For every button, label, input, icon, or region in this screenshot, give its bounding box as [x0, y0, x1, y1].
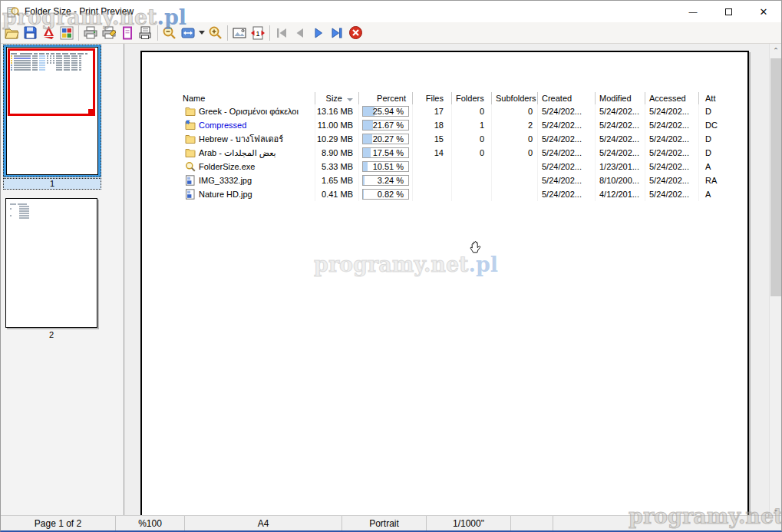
folder-icon: [185, 106, 199, 117]
scrollbar-thumb[interactable]: [770, 58, 781, 296]
minimize-button[interactable]: —: [675, 1, 711, 22]
thumbnail-label-1[interactable]: 1: [3, 178, 101, 190]
cell-created: 5/24/202...: [537, 118, 595, 132]
toolbar-separator: [269, 25, 270, 41]
cell-name: Greek - Ορισμένοι φάκελοι: [183, 104, 315, 118]
maximize-button[interactable]: [711, 1, 746, 22]
preview-pane[interactable]: NameSizePercentFilesFoldersSubfoldersCre…: [124, 44, 769, 515]
cell-attributes: DC: [698, 118, 726, 132]
cell-created: 5/24/202...: [537, 187, 595, 201]
goto-page-icon: 1: [250, 25, 266, 41]
zoom-out-button[interactable]: [160, 24, 179, 42]
cell-subfolders: 0: [491, 104, 537, 118]
close-button[interactable]: ✕: [746, 1, 781, 22]
viewport-indicator[interactable]: [8, 48, 95, 116]
pdf-icon: [41, 25, 56, 40]
cell-percent: 21.67 %: [358, 118, 412, 132]
percent-meter: 20.27 %: [362, 134, 409, 144]
scroll-down-arrow[interactable]: ⌄: [770, 502, 782, 515]
cell-accessed: 5/24/202...: [645, 187, 698, 201]
page-setup-button[interactable]: [118, 24, 137, 42]
app-icon: [7, 5, 20, 18]
cell-percent: 0.82 %: [358, 187, 412, 201]
status-empty: [553, 516, 781, 531]
cell-percent: 20.27 %: [358, 132, 412, 146]
zoom-dropdown-button[interactable]: [197, 24, 206, 42]
cell-files: 14: [412, 146, 451, 160]
cell-subfolders: 2: [491, 118, 537, 132]
export-pdf-button[interactable]: [39, 24, 58, 42]
cell-name: FolderSize.exe: [183, 160, 315, 173]
save-button[interactable]: [21, 24, 39, 42]
cell-attributes: D: [698, 132, 726, 146]
percent-meter: 21.67 %: [362, 120, 409, 131]
image-export-icon: [60, 26, 74, 40]
toolbar-separator: [227, 25, 228, 41]
column-header-attributes: Att: [698, 92, 726, 104]
column-header-modified: Modified: [595, 92, 645, 104]
status-paper-size: A4: [185, 516, 342, 531]
column-header-subfolders: Subfolders: [491, 92, 537, 104]
cell-modified: 5/24/202...: [595, 104, 645, 118]
close-preview-button[interactable]: [346, 24, 365, 42]
first-page-button[interactable]: [272, 24, 291, 42]
cell-created: 5/24/202...: [537, 146, 595, 160]
cell-accessed: 5/24/202...: [645, 118, 698, 132]
thumbnail-page-1[interactable]: [3, 45, 101, 177]
cell-subfolders: 0: [491, 146, 537, 160]
status-page-info: Page 1 of 2: [1, 516, 116, 531]
last-page-button[interactable]: [328, 24, 346, 42]
prev-page-icon: [293, 26, 307, 40]
image-settings-button[interactable]: [230, 24, 249, 42]
cell-size: 13.16 MB: [315, 104, 358, 118]
printer-settings-icon: [101, 25, 117, 41]
cell-percent: 17.54 %: [358, 146, 412, 160]
scroll-up-arrow[interactable]: ⌃: [770, 44, 782, 57]
cell-modified: 1/23/201...: [595, 160, 645, 173]
cell-size: 11.00 MB: [315, 118, 358, 132]
print-settings-button[interactable]: [100, 24, 118, 42]
percent-meter: 3.24 %: [362, 175, 409, 186]
goto-page-button[interactable]: 1: [249, 24, 267, 42]
printer-properties-button[interactable]: [137, 24, 155, 42]
cell-accessed: 5/24/202...: [645, 160, 698, 173]
thumbnail-page-1-canvas: [6, 47, 98, 175]
zoom-in-button[interactable]: [206, 24, 225, 42]
cell-name: Nature HD.jpg: [183, 187, 315, 201]
cell-subfolders: 0: [491, 132, 537, 146]
chevron-down-icon: [199, 31, 205, 35]
folder-compressed-icon: [185, 120, 199, 131]
page-setup-icon: [120, 26, 134, 40]
open-file-button[interactable]: [2, 24, 21, 42]
cell-modified: 5/24/202...: [595, 146, 645, 160]
next-page-icon: [312, 26, 325, 40]
viewport-resize-handle[interactable]: [88, 109, 95, 116]
column-header-name: Name: [183, 92, 315, 104]
table-row: FolderSize.exe5.33 MB10.51 %5/24/202...1…: [183, 160, 735, 173]
thumbnail-page-2[interactable]: [5, 198, 97, 328]
vertical-scrollbar[interactable]: ⌃ ⌄: [769, 44, 781, 515]
percent-bar: [363, 148, 371, 157]
table-row: Compressed11.00 MB21.67 %18125/24/202...…: [183, 118, 735, 132]
zoom-fit-button[interactable]: [179, 24, 197, 42]
next-page-button[interactable]: [309, 24, 328, 42]
thumbnail-label-2[interactable]: 2: [5, 330, 97, 339]
fit-width-icon: [180, 25, 196, 41]
export-image-button[interactable]: [58, 24, 76, 42]
cell-modified: 5/24/202...: [595, 118, 645, 132]
cell-folders: [451, 173, 491, 187]
prev-page-button[interactable]: [291, 24, 309, 42]
document-page: NameSizePercentFilesFoldersSubfoldersCre…: [140, 51, 749, 515]
cell-created: 5/24/202...: [537, 160, 595, 173]
column-header-folders: Folders: [451, 92, 491, 104]
cell-size: 5.33 MB: [315, 160, 358, 173]
status-bar: Page 1 of 2 %100 A4 Portrait 1/1000": [1, 515, 781, 531]
cell-modified: 8/10/200...: [595, 173, 645, 187]
sort-indicator-icon: [347, 98, 353, 101]
cell-created: 5/24/202...: [537, 173, 595, 187]
window-title: Folder Size - Print Preview: [25, 6, 134, 17]
cell-name: IMG_3332.jpg: [183, 173, 315, 187]
print-button[interactable]: [81, 24, 100, 42]
cell-accessed: 5/24/202...: [645, 173, 698, 187]
printer-icon: [83, 25, 98, 41]
